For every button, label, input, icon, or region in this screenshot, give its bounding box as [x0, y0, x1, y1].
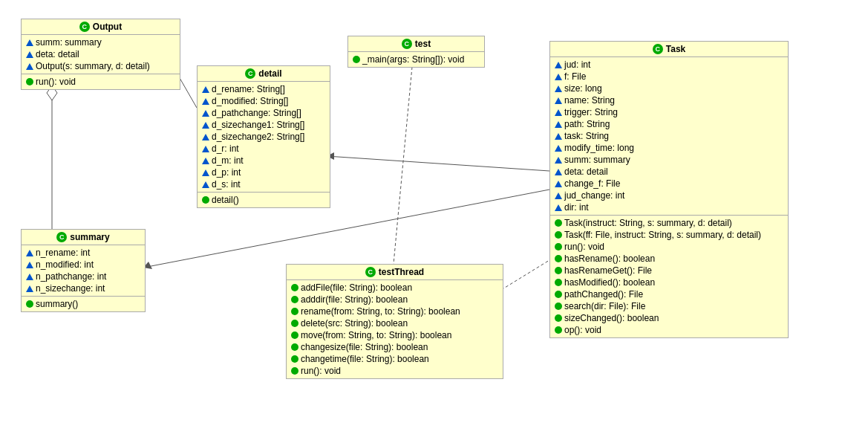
- table-row: n_sizechange: int: [26, 282, 140, 294]
- table-row: n_rename: int: [26, 247, 140, 259]
- table-row: name: String: [555, 94, 783, 106]
- table-row: run(): void: [291, 365, 498, 377]
- class-Task-methods: Task(instruct: String, s: summary, d: de…: [550, 216, 788, 337]
- class-summary-methods: summary(): [22, 297, 145, 311]
- class-icon-Task: C: [653, 44, 663, 54]
- green-circle-icon: [291, 343, 298, 351]
- table-row: Task(ff: File, instruct: String, s: summ…: [555, 229, 783, 241]
- table-row: path: String: [555, 118, 783, 130]
- triangle-icon: [26, 285, 33, 292]
- green-circle-icon: [555, 267, 562, 274]
- table-row: d_sizechange2: String[]: [202, 131, 325, 143]
- table-row: hasRename(): boolean: [555, 253, 783, 265]
- diagram-container: C Output summ: summary deta: detail Outp…: [0, 0, 868, 443]
- class-detail-header: C detail: [198, 66, 330, 82]
- table-row: n_modified: int: [26, 259, 140, 271]
- class-testThread-methods: addFile(file: String): boolean adddir(fi…: [287, 280, 503, 378]
- triangle-icon: [202, 98, 209, 105]
- table-row: size: long: [555, 83, 783, 94]
- class-title-Task: Task: [666, 44, 685, 54]
- green-circle-icon: [291, 332, 298, 339]
- table-row: changetime(file: String): boolean: [291, 353, 498, 365]
- table-row: Output(s: summary, d: detail): [26, 60, 175, 72]
- class-icon-detail: C: [245, 68, 255, 79]
- table-row: addFile(file: String): boolean: [291, 282, 498, 294]
- green-circle-icon: [291, 296, 298, 303]
- triangle-icon: [555, 193, 562, 199]
- table-row: deta: detail: [555, 166, 783, 178]
- triangle-icon: [555, 62, 562, 68]
- green-circle-icon: [291, 355, 298, 363]
- class-icon-Output: C: [79, 22, 90, 32]
- triangle-icon: [202, 169, 209, 176]
- triangle-icon: [202, 134, 209, 140]
- class-icon-testThread: C: [365, 267, 376, 277]
- svg-line-7: [501, 260, 549, 290]
- triangle-icon: [26, 39, 33, 46]
- table-row: f: File: [555, 71, 783, 83]
- green-circle-icon: [291, 284, 298, 291]
- class-detail-fields: d_rename: String[] d_modified: String[] …: [198, 82, 330, 193]
- class-title-testThread: testThread: [379, 267, 424, 277]
- triangle-icon: [555, 145, 562, 152]
- table-row: dir: int: [555, 201, 783, 213]
- table-row: rename(from: String, to: String): boolea…: [291, 305, 498, 317]
- class-summary: C summary n_rename: int n_modified: int …: [21, 229, 146, 312]
- green-circle-icon: [291, 367, 298, 375]
- class-icon-test: C: [402, 39, 412, 49]
- table-row: detail(): [202, 194, 325, 206]
- class-Task: C Task jud: int f: File size: long name:…: [549, 41, 789, 338]
- svg-line-8: [394, 67, 412, 264]
- triangle-icon: [555, 121, 562, 128]
- class-Output-header: C Output: [22, 19, 180, 35]
- class-title-summary: summary: [70, 232, 109, 242]
- green-circle-icon: [26, 300, 33, 308]
- green-circle-icon: [555, 219, 562, 227]
- triangle-icon: [555, 109, 562, 116]
- green-circle-icon: [353, 56, 360, 63]
- class-test-header: C test: [348, 36, 484, 52]
- class-Output-fields: summ: summary deta: detail Output(s: sum…: [22, 35, 180, 74]
- table-row: op(): void: [555, 324, 783, 336]
- table-row: move(from: String, to: String): boolean: [291, 329, 498, 341]
- triangle-icon: [26, 63, 33, 70]
- class-title-test: test: [415, 39, 431, 49]
- table-row: d_sizechange1: String[]: [202, 119, 325, 131]
- table-row: Task(instruct: String, s: summary, d: de…: [555, 217, 783, 229]
- table-row: change_f: File: [555, 178, 783, 190]
- triangle-icon: [555, 74, 562, 80]
- table-row: d_s: int: [202, 178, 325, 190]
- table-row: sizeChanged(): boolean: [555, 312, 783, 324]
- green-circle-icon: [202, 196, 209, 204]
- class-Task-header: C Task: [550, 42, 788, 57]
- table-row: trigger: String: [555, 106, 783, 118]
- triangle-icon: [26, 274, 33, 280]
- table-row: d_modified: String[]: [202, 95, 325, 107]
- table-row: jud: int: [555, 59, 783, 71]
- table-row: changesize(file: String): boolean: [291, 341, 498, 353]
- triangle-icon: [202, 158, 209, 164]
- table-row: d_r: int: [202, 143, 325, 155]
- green-circle-icon: [555, 314, 562, 322]
- green-circle-icon: [555, 231, 562, 239]
- triangle-icon: [202, 86, 209, 93]
- table-row: summ: summary: [26, 36, 175, 48]
- triangle-icon: [26, 262, 33, 268]
- green-circle-icon: [555, 279, 562, 286]
- table-row: jud_change: int: [555, 190, 783, 201]
- triangle-icon: [555, 204, 562, 211]
- triangle-icon: [202, 122, 209, 129]
- green-circle-icon: [555, 243, 562, 250]
- table-row: pathChanged(): File: [555, 288, 783, 300]
- table-row: delete(src: String): boolean: [291, 317, 498, 329]
- table-row: _main(args: String[]): void: [353, 54, 480, 65]
- class-summary-fields: n_rename: int n_modified: int n_pathchan…: [22, 245, 145, 297]
- table-row: task: String: [555, 130, 783, 142]
- triangle-icon: [555, 97, 562, 104]
- table-row: hasRenameGet(): File: [555, 265, 783, 277]
- class-title-detail: detail: [258, 68, 281, 79]
- class-detail-methods: detail(): [198, 193, 330, 207]
- triangle-icon: [555, 181, 562, 187]
- table-row: n_pathchange: int: [26, 271, 140, 282]
- table-row: summ: summary: [555, 154, 783, 166]
